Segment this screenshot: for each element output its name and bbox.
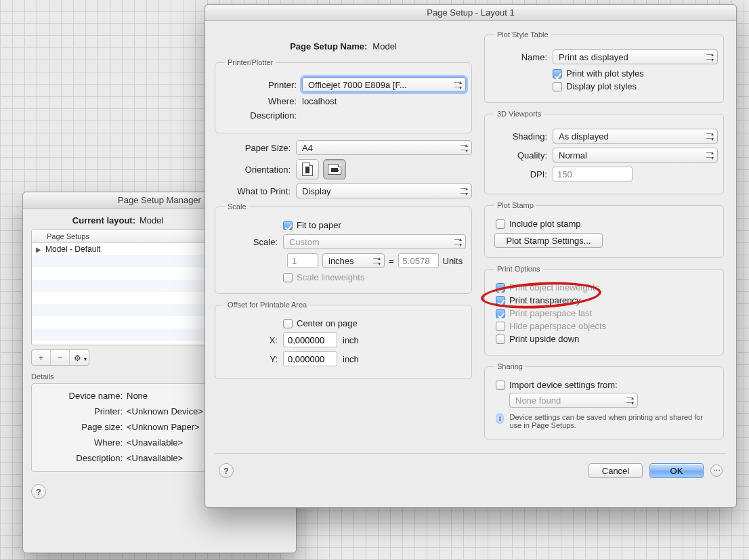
expand-icon[interactable]: ⋯ — [710, 465, 723, 477]
scale-group: Scale Fit to paper Scale: Custom ▴▾ — [215, 202, 472, 294]
orientation-label: Orientation: — [215, 165, 296, 175]
page-size-value: <Unknown Paper> — [127, 422, 200, 432]
printer-label: Printer: — [39, 406, 127, 416]
plot-style-table-group: Plot Style Table Name: Print as displaye… — [484, 30, 724, 103]
remove-button[interactable]: − — [51, 350, 70, 365]
import-device-settings-label: Import device settings from: — [509, 380, 618, 390]
page-setup-dialog: Page Setup - Layout 1 Page Setup Name: M… — [205, 4, 737, 508]
scale-unit-value: inches — [328, 256, 354, 266]
include-plot-stamp-checkbox[interactable] — [496, 219, 505, 229]
offset-legend: Offset for Printable Area — [225, 301, 309, 309]
scale-label: Scale: — [221, 237, 283, 247]
help-button[interactable]: ? — [31, 484, 46, 499]
viewports-group: 3D Viewports Shading: As displayed ▴▾ Qu… — [484, 110, 724, 194]
where-value: <Unavailable> — [127, 437, 183, 448]
hide-paperspace-checkbox — [496, 322, 505, 331]
page-setup-name-label: Page Setup Name: — [290, 41, 367, 51]
list-item-label: Model - Default — [45, 244, 100, 254]
scale-lineweights-label: Scale lineweights — [297, 272, 364, 282]
print-paperspace-last-checkbox — [496, 309, 505, 318]
orientation-portrait-button[interactable] — [296, 159, 319, 179]
list-toolbar: + − ▾ — [31, 349, 89, 366]
print-options-group: Print Options Print object lineweights P… — [484, 265, 724, 356]
quality-select[interactable]: Normal ▴▾ — [553, 148, 718, 163]
scale-result-input[interactable] — [398, 253, 439, 268]
print-options-legend: Print Options — [494, 265, 543, 273]
dpi-label: DPI: — [490, 169, 553, 179]
shading-label: Shading: — [490, 131, 553, 142]
paper-size-select[interactable]: A4 ▴▾ — [296, 140, 472, 155]
scale-lineweights-checkbox — [283, 273, 293, 282]
include-plot-stamp-label: Include plot stamp — [509, 219, 581, 229]
device-name-label: Device name: — [39, 391, 127, 401]
current-layout-value: Model — [140, 215, 163, 225]
page-size-label: Page size: — [39, 422, 127, 432]
pst-name-value: Print as displayed — [559, 52, 628, 62]
scale-unit-select[interactable]: inches ▴▾ — [322, 253, 385, 268]
viewports-legend: 3D Viewports — [494, 110, 544, 118]
fit-to-paper-label: Fit to paper — [297, 220, 341, 230]
import-device-settings-checkbox[interactable] — [496, 381, 505, 390]
info-icon: i — [496, 413, 504, 424]
printer-plotter-group: Printer/Plotter Printer: Officejet 7000 … — [215, 58, 472, 133]
print-lineweights-label: Print object lineweights — [509, 282, 599, 293]
import-source-value: None found — [515, 395, 561, 406]
print-transparency-label: Print transparency — [509, 295, 581, 305]
scale-numerator-input[interactable] — [287, 253, 318, 268]
dpi-input[interactable] — [553, 167, 633, 181]
actions-button[interactable]: ▾ — [70, 350, 89, 365]
print-lineweights-checkbox — [496, 283, 505, 293]
help-button[interactable]: ? — [219, 463, 234, 478]
plot-stamp-group: Plot Stamp Include plot stamp Plot Stamp… — [484, 201, 724, 258]
offset-x-input[interactable] — [283, 332, 337, 347]
scale-value: Custom — [289, 237, 320, 247]
pst-legend: Plot Style Table — [494, 30, 551, 39]
shading-value: As displayed — [559, 131, 609, 142]
center-on-page-label: Center on page — [297, 318, 358, 328]
scale-legend: Scale — [225, 202, 249, 211]
paper-size-label: Paper Size: — [215, 143, 296, 153]
sharing-legend: Sharing — [494, 362, 526, 370]
offset-x-label: X: — [221, 335, 283, 345]
what-to-print-select[interactable]: Display ▴▾ — [296, 184, 472, 198]
scale-select[interactable]: Custom ▴▾ — [283, 234, 466, 249]
units-label: Units — [443, 256, 463, 266]
sharing-group: Sharing Import device settings from: Non… — [484, 362, 724, 439]
print-upside-down-label: Print upside down — [509, 334, 579, 344]
print-with-plot-styles-checkbox[interactable] — [553, 69, 562, 79]
offset-x-unit: inch — [343, 335, 359, 345]
what-to-print-label: What to Print: — [215, 186, 296, 196]
cancel-button[interactable]: Cancel — [588, 463, 643, 478]
offset-y-label: Y: — [221, 354, 283, 364]
plot-stamp-legend: Plot Stamp — [494, 201, 536, 209]
print-upside-down-checkbox[interactable] — [496, 335, 505, 344]
printer-label: Printer: — [221, 80, 302, 90]
chevron-right-icon[interactable]: ▶ — [36, 246, 41, 253]
sharing-info-text: Device settings can be saved when printi… — [509, 413, 714, 429]
shading-select[interactable]: As displayed ▴▾ — [553, 129, 718, 144]
printer-plotter-legend: Printer/Plotter — [225, 58, 276, 66]
printer-description-label: Description: — [221, 110, 302, 121]
printer-select[interactable]: Officejet 7000 E809a [F... ▴▾ — [302, 77, 466, 92]
print-with-plot-styles-label: Print with plot styles — [566, 68, 644, 79]
pst-name-select[interactable]: Print as displayed ▴▾ — [553, 49, 718, 64]
import-source-select[interactable]: None found ▴▾ — [509, 393, 638, 408]
quality-value: Normal — [559, 150, 587, 160]
display-plot-styles-checkbox[interactable] — [553, 82, 562, 91]
fit-to-paper-checkbox[interactable] — [283, 221, 293, 230]
print-paperspace-last-label: Print paperspace last — [509, 308, 592, 318]
display-plot-styles-label: Display plot styles — [566, 81, 637, 91]
plot-stamp-settings-button[interactable]: Plot Stamp Settings... — [494, 233, 603, 248]
what-to-print-value: Display — [302, 186, 331, 196]
offset-y-input[interactable] — [283, 351, 337, 366]
add-button[interactable]: + — [32, 350, 51, 365]
center-on-page-checkbox[interactable] — [283, 319, 293, 328]
pst-name-label: Name: — [490, 52, 553, 62]
page-setup-name-value: Model — [372, 41, 396, 51]
printer-where-value: localhost — [302, 96, 337, 106]
orientation-landscape-button[interactable]: ▸ — [323, 159, 346, 179]
ok-button[interactable]: OK — [649, 463, 704, 478]
print-transparency-checkbox[interactable] — [496, 296, 505, 305]
offset-group: Offset for Printable Area Center on page… — [215, 301, 472, 379]
paper-size-value: A4 — [302, 143, 313, 153]
